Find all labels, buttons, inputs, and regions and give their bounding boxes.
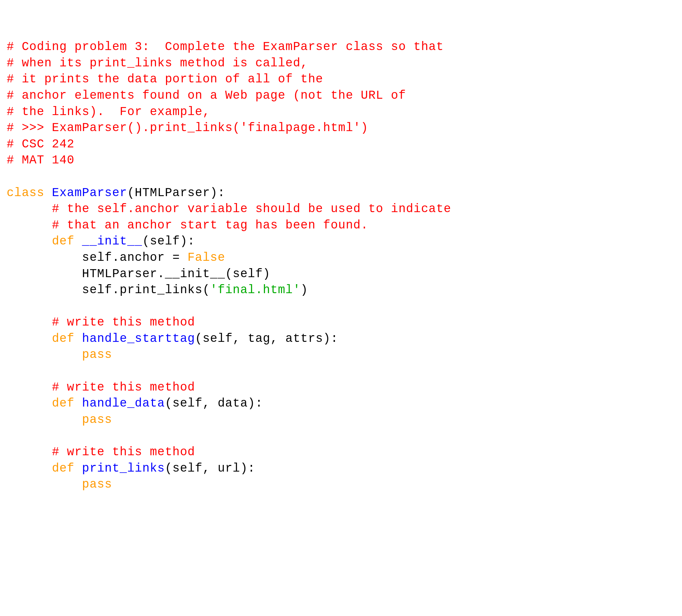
code-block: # Coding problem 3: Complete the ExamPar… — [7, 39, 675, 493]
stmt-printlinks-call: self.print_links( — [82, 283, 210, 297]
keyword-false: False — [188, 251, 225, 264]
comment-line: # when its print_links method is called, — [7, 57, 308, 70]
comment-line: # that an anchor start tag has been foun… — [52, 218, 368, 232]
stmt-super-init: HTMLParser.__init__(self) — [82, 267, 270, 281]
comment-line: # anchor elements found on a Web page (n… — [7, 89, 406, 103]
comment-line: # the self.anchor variable should be use… — [52, 202, 451, 216]
comment-line: # MAT 140 — [7, 153, 74, 167]
comment-line: # write this method — [52, 315, 195, 329]
keyword-def: def — [52, 332, 75, 346]
class-name: ExamParser — [52, 186, 127, 200]
keyword-pass: pass — [82, 478, 112, 491]
keyword-pass: pass — [82, 413, 112, 426]
method-init: __init__ — [82, 235, 142, 248]
method-handle-data: handle_data — [82, 397, 165, 410]
keyword-class: class — [7, 186, 44, 200]
comment-line: # it prints the data portion of all of t… — [7, 72, 323, 86]
method-handle-starttag: handle_starttag — [82, 332, 195, 346]
comment-line: # the links). For example, — [7, 105, 210, 119]
comment-line: # >>> ExamParser().print_links('finalpag… — [7, 121, 368, 135]
method-print-links: print_links — [82, 462, 165, 475]
base-class: HTMLParser — [135, 186, 210, 200]
comment-line: # Coding problem 3: Complete the ExamPar… — [7, 40, 444, 54]
keyword-def: def — [52, 397, 75, 410]
stmt-anchor-assign: self.anchor = — [82, 251, 187, 264]
keyword-def: def — [52, 235, 75, 248]
comment-line: # write this method — [52, 380, 195, 394]
string-literal: 'final.html' — [210, 283, 300, 297]
keyword-def: def — [52, 462, 75, 475]
keyword-pass: pass — [82, 348, 112, 361]
comment-line: # CSC 242 — [7, 137, 74, 151]
comment-line: # write this method — [52, 445, 195, 459]
